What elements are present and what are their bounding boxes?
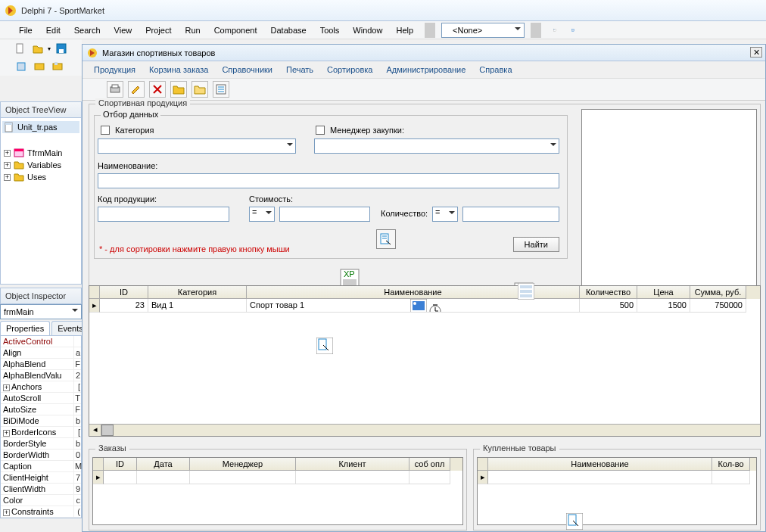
menu-admin[interactable]: Администрирование: [381, 64, 471, 76]
combo-manager[interactable]: [314, 138, 559, 154]
col-id[interactable]: ID: [100, 286, 148, 299]
input-qty[interactable]: [462, 207, 559, 222]
scroll-thumb[interactable]: [101, 425, 114, 436]
col-bought-qty[interactable]: Кол-во: [712, 458, 750, 471]
property-list[interactable]: ActiveControlAlignaAlphaBlendFAlphaBlend…: [0, 336, 82, 518]
prop-row-color[interactable]: Colorc: [1, 495, 81, 506]
input-name[interactable]: [98, 173, 559, 188]
menu-tools[interactable]: Tools: [315, 24, 345, 36]
input-cost[interactable]: [279, 207, 370, 222]
prop-value[interactable]: T: [73, 393, 81, 403]
prop-value[interactable]: 9: [73, 484, 81, 494]
prop-row-alphablendvalu[interactable]: AlphaBlendValu2: [1, 370, 81, 381]
prop-value[interactable]: F: [73, 404, 81, 415]
tool-icon-c[interactable]: [50, 59, 65, 74]
bought-grid[interactable]: Наименование Кол-во ▸: [477, 457, 757, 525]
tool-folder-icon[interactable]: [192, 81, 208, 98]
component-datasource-icon[interactable]: [518, 283, 534, 300]
open-icon[interactable]: [31, 41, 45, 56]
menu-file[interactable]: File: [14, 24, 38, 36]
prop-row-caption[interactable]: CaptionM: [1, 461, 81, 472]
prop-row-bidimode[interactable]: BiDiModeb: [1, 415, 81, 427]
expander-icon[interactable]: +: [3, 430, 10, 437]
prop-value[interactable]: 2: [73, 370, 81, 381]
prop-row-bordericons[interactable]: +BorderIcons[: [1, 427, 81, 438]
tree-item-uses[interactable]: + Uses: [2, 171, 79, 183]
menu-sort[interactable]: Сортировка: [322, 64, 378, 76]
prop-value[interactable]: 7: [73, 472, 81, 483]
tool-print-icon[interactable]: [107, 81, 123, 98]
tree-unit-file[interactable]: Unit_tr.pas: [2, 121, 79, 133]
prop-value[interactable]: M: [73, 461, 81, 471]
prop-row-borderstyle[interactable]: BorderStyleb: [1, 438, 81, 450]
tool-icon-a[interactable]: [14, 59, 29, 74]
save-icon[interactable]: [54, 41, 68, 56]
new-file-icon[interactable]: [14, 41, 28, 56]
checkbox-manager[interactable]: [316, 126, 325, 135]
menu-component[interactable]: Component: [209, 24, 263, 36]
horizontal-scrollbar[interactable]: ◂: [89, 424, 760, 436]
prop-row-clientwidth[interactable]: ClientWidth9: [1, 484, 81, 495]
expander-icon[interactable]: +: [3, 509, 10, 516]
prop-row-autosize[interactable]: AutoSizeF: [1, 404, 81, 415]
close-icon[interactable]: ✕: [750, 47, 762, 58]
menu-view[interactable]: View: [109, 24, 138, 36]
prop-value[interactable]: [73, 336, 81, 347]
component-query-icon[interactable]: [316, 338, 333, 354]
treeview-body[interactable]: Unit_tr.pas + TfrmMain + Variables + Use…: [0, 118, 82, 285]
menu-help[interactable]: Справка: [474, 64, 517, 76]
menu-search[interactable]: Search: [69, 24, 106, 36]
tab-properties[interactable]: Properties: [0, 321, 50, 335]
expander-icon[interactable]: +: [4, 150, 11, 157]
menu-production[interactable]: Продукция: [89, 64, 141, 76]
tool-edit-icon[interactable]: [128, 81, 145, 98]
menu-database[interactable]: Database: [266, 24, 312, 36]
scroll-left-icon[interactable]: ◂: [89, 425, 101, 436]
col-order-manager[interactable]: Менеджер: [190, 458, 296, 471]
menu-project[interactable]: Project: [140, 24, 176, 36]
tool-delete-icon[interactable]: [149, 81, 166, 98]
menu-edit[interactable]: Edit: [41, 24, 66, 36]
col-order-payment[interactable]: соб опл: [409, 458, 450, 471]
prop-row-activecontrol[interactable]: ActiveControl: [1, 336, 81, 347]
menu-window[interactable]: Window: [347, 24, 388, 36]
col-sum[interactable]: Сумма, руб.: [690, 286, 746, 299]
prop-row-borderwidth[interactable]: BorderWidth0: [1, 450, 81, 461]
prop-row-anchors[interactable]: +Anchors[: [1, 381, 81, 393]
combo-qty-op[interactable]: =: [432, 207, 458, 222]
toolbar-btn-2[interactable]: [565, 23, 581, 38]
expander-icon[interactable]: +: [4, 174, 11, 181]
find-button[interactable]: Найти: [513, 237, 559, 252]
input-code[interactable]: [98, 207, 229, 222]
component-query2-icon[interactable]: [566, 513, 583, 530]
tool-folder-open-icon[interactable]: [170, 81, 187, 98]
main-products-grid[interactable]: ID Категория Наименование Количество Цен…: [89, 285, 761, 437]
prop-value[interactable]: b: [73, 438, 81, 449]
prop-value[interactable]: [: [73, 427, 81, 437]
col-qty[interactable]: Количество: [580, 286, 637, 299]
prop-row-clientheight[interactable]: ClientHeight7: [1, 472, 81, 484]
table-row[interactable]: ▸ 23 Вид 1 Спорт товар 1 500 1500 750000: [89, 299, 760, 313]
tree-item-frmmain[interactable]: + TfrmMain: [2, 147, 79, 159]
prop-row-align[interactable]: Aligna: [1, 347, 81, 359]
menu-run[interactable]: Run: [179, 24, 205, 36]
checkbox-category[interactable]: [101, 126, 110, 135]
expander-icon[interactable]: +: [4, 162, 11, 169]
prop-value[interactable]: b: [73, 415, 81, 426]
col-order-id[interactable]: ID: [104, 458, 137, 471]
menu-directories[interactable]: Справочники: [216, 64, 278, 76]
tree-item-variables[interactable]: + Variables: [2, 159, 79, 171]
component-palette-combo[interactable]: <None>: [441, 23, 525, 38]
table-row[interactable]: ▸: [478, 471, 756, 484]
col-order-date[interactable]: Дата: [137, 458, 190, 471]
orders-grid[interactable]: ID Дата Менеджер Клиент соб опл ▸: [92, 457, 463, 525]
toolbar-btn-1[interactable]: [547, 23, 562, 38]
tool-icon-b[interactable]: [32, 59, 47, 74]
col-order-client[interactable]: Клиент: [296, 458, 409, 471]
prop-value[interactable]: (: [73, 506, 81, 517]
prop-value[interactable]: a: [73, 347, 81, 358]
prop-row-constraints[interactable]: +Constraints(: [1, 506, 81, 518]
menu-help[interactable]: Help: [391, 24, 419, 36]
inspector-object-combo[interactable]: frmMain: [0, 304, 82, 319]
prop-row-autoscroll[interactable]: AutoScrollT: [1, 393, 81, 404]
